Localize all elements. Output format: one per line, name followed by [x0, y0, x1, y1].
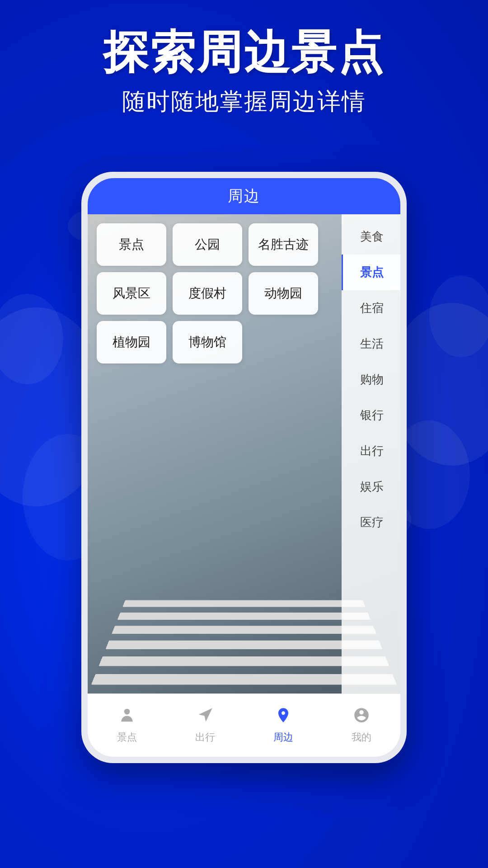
nav-item-zhoubian[interactable]: 周边	[244, 707, 322, 744]
sidebar-item-zhushu[interactable]: 住宿	[342, 290, 400, 326]
category-dongwuyuan[interactable]: 动物园	[249, 272, 318, 315]
category-dujiacun[interactable]: 度假村	[173, 272, 242, 315]
category-jingdian[interactable]: 景点	[97, 223, 166, 266]
sidebar: 美食 景点 住宿 生活 购物 银行 出行 娱乐 医疗	[342, 214, 400, 693]
categories-grid: 景点 公园 名胜古迹 风景区 度假村 动物园 植物园 博物馆	[97, 223, 318, 363]
phone-topbar: 周边	[88, 178, 400, 214]
category-zhiwuyuan[interactable]: 植物园	[97, 321, 166, 363]
location-icon	[275, 707, 292, 728]
nav-item-jingdian[interactable]: 景点	[88, 707, 166, 744]
person-icon	[118, 707, 136, 728]
account-icon	[353, 707, 370, 728]
categories-container: 景点 公园 名胜古迹 风景区 度假村 动物园 植物园 博物馆	[88, 214, 342, 693]
nav-label-chuxing: 出行	[195, 731, 215, 744]
sidebar-item-yule[interactable]: 娱乐	[342, 469, 400, 505]
sidebar-item-shenghuo[interactable]: 生活	[342, 326, 400, 362]
phone-content: 景点 公园 名胜古迹 风景区 度假村 动物园 植物园 博物馆	[88, 214, 400, 693]
main-area: 景点 公园 名胜古迹 风景区 度假村 动物园 植物园 博物馆	[88, 214, 400, 693]
navigate-icon	[197, 707, 214, 728]
sidebar-item-chuxing[interactable]: 出行	[342, 433, 400, 469]
category-mingsheng[interactable]: 名胜古迹	[249, 223, 318, 266]
category-gongyuan[interactable]: 公园	[173, 223, 242, 266]
sidebar-item-gouwu[interactable]: 购物	[342, 362, 400, 397]
svg-marker-9	[198, 708, 212, 722]
hero-title: 探索周边景点	[0, 27, 488, 77]
bottom-nav: 景点 出行 周边	[88, 693, 400, 757]
category-bowuguan[interactable]: 博物馆	[173, 321, 242, 363]
nav-label-jingdian: 景点	[117, 731, 137, 744]
phone-inner: 周边	[88, 178, 400, 757]
nav-item-wode[interactable]: 我的	[322, 707, 400, 744]
sidebar-item-meishi[interactable]: 美食	[342, 219, 400, 255]
sidebar-item-yinhang[interactable]: 银行	[342, 397, 400, 433]
nav-item-chuxing[interactable]: 出行	[166, 707, 244, 744]
phone-outer: 周边	[81, 172, 407, 763]
sidebar-item-yiliao[interactable]: 医疗	[342, 505, 400, 540]
phone-mockup: 周边	[81, 172, 407, 763]
nav-label-zhoubian: 周边	[273, 731, 293, 744]
category-fengjingqu[interactable]: 风景区	[97, 272, 166, 315]
topbar-title: 周边	[228, 186, 260, 207]
svg-point-8	[124, 709, 130, 715]
nav-label-wode: 我的	[352, 731, 371, 744]
hero-section: 探索周边景点 随时随地掌握周边详情	[0, 27, 488, 118]
hero-subtitle: 随时随地掌握周边详情	[0, 86, 488, 118]
sidebar-item-jingdian[interactable]: 景点	[342, 255, 400, 290]
